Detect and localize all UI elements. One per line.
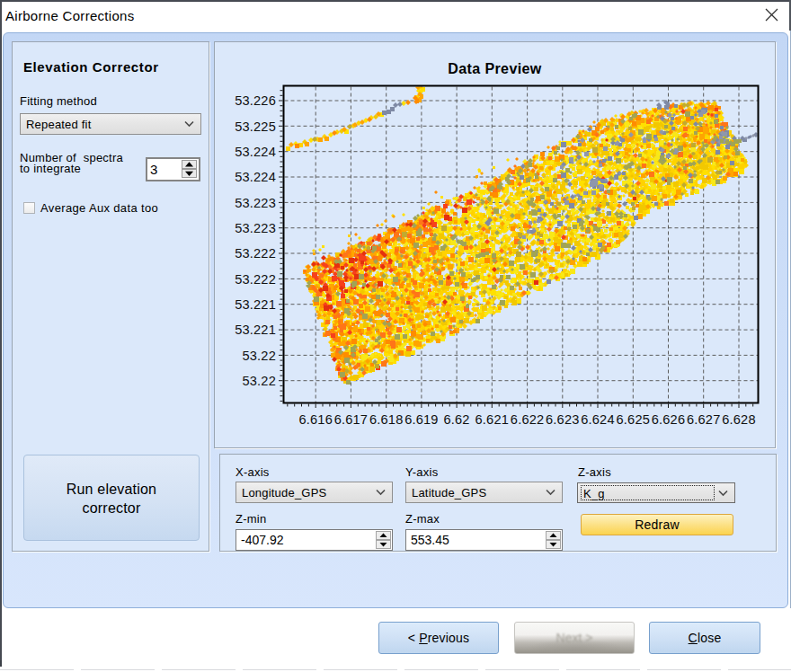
svg-text:53.226: 53.226 bbox=[235, 93, 276, 108]
svg-text:53.22: 53.22 bbox=[242, 374, 276, 388]
svg-text:53.223: 53.223 bbox=[235, 196, 276, 210]
svg-text:53.224: 53.224 bbox=[235, 145, 276, 159]
svg-text:53.225: 53.225 bbox=[235, 119, 276, 134]
svg-text:53.223: 53.223 bbox=[235, 221, 276, 235]
svg-text:6.621: 6.621 bbox=[475, 412, 510, 427]
svg-text:53.222: 53.222 bbox=[235, 246, 276, 261]
svg-text:53.22: 53.22 bbox=[242, 349, 276, 363]
svg-text:6.618: 6.618 bbox=[369, 412, 404, 427]
svg-text:6.628: 6.628 bbox=[722, 412, 756, 427]
svg-text:6.625: 6.625 bbox=[617, 412, 651, 427]
svg-text:53.224: 53.224 bbox=[235, 170, 276, 184]
svg-text:6.619: 6.619 bbox=[404, 412, 439, 427]
svg-text:53.221: 53.221 bbox=[235, 297, 276, 312]
svg-text:6.627: 6.627 bbox=[687, 412, 721, 427]
svg-text:6.617: 6.617 bbox=[334, 412, 369, 427]
svg-text:6.624: 6.624 bbox=[581, 412, 615, 427]
svg-text:6.626: 6.626 bbox=[652, 412, 686, 427]
svg-text:6.616: 6.616 bbox=[298, 412, 333, 427]
svg-text:6.623: 6.623 bbox=[546, 412, 580, 427]
svg-text:53.221: 53.221 bbox=[235, 323, 276, 337]
svg-text:53.222: 53.222 bbox=[235, 272, 276, 287]
svg-text:6.62: 6.62 bbox=[443, 412, 469, 427]
svg-text:6.622: 6.622 bbox=[511, 412, 545, 427]
